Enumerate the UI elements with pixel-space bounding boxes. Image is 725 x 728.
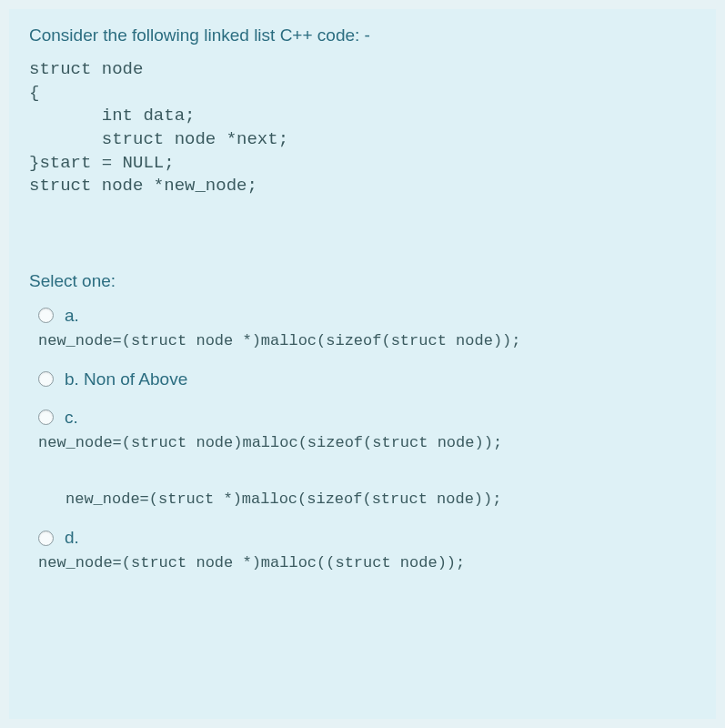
code-line: struct node *new_node; [29,175,696,198]
option-b-head: b. Non of Above [38,369,696,389]
option-c: c. new_node=(struct node)malloc(sizeof(s… [29,408,696,510]
option-d-code: new_node=(struct node *)malloc((struct n… [38,553,696,573]
radio-option-a[interactable] [38,308,54,323]
option-c-label: c. [65,408,78,428]
radio-option-b[interactable] [38,371,54,387]
option-a-code: new_node=(struct node *)malloc(sizeof(st… [38,331,696,351]
code-line: { [29,82,696,106]
option-d-head: d. [38,528,696,548]
code-line: struct node [29,58,696,82]
code-line: struct node *next; [29,128,696,152]
select-one-label: Select one: [29,271,696,291]
radio-option-d[interactable] [38,531,54,546]
option-b: b. Non of Above [29,369,696,389]
option-a-label: a. [65,306,79,326]
question-title: Consider the following linked list C++ c… [29,25,696,46]
question-container: Consider the following linked list C++ c… [9,9,716,719]
option-d: d. new_node=(struct node *)malloc((struc… [29,528,696,573]
option-c-head: c. [38,408,696,428]
option-c-extra-code: new_node=(struct *)malloc(sizeof(struct … [38,490,696,510]
code-line: int data; [29,105,696,128]
code-line: }start = NULL; [29,152,696,176]
option-a: a. new_node=(struct node *)malloc(sizeof… [29,306,696,351]
option-c-code: new_node=(struct node)malloc(sizeof(stru… [38,433,696,453]
option-d-label: d. [65,528,79,548]
option-b-label: b. Non of Above [65,369,187,389]
option-a-head: a. [38,306,696,326]
radio-option-c[interactable] [38,410,54,425]
question-code-block: struct node { int data; struct node *nex… [29,58,696,198]
